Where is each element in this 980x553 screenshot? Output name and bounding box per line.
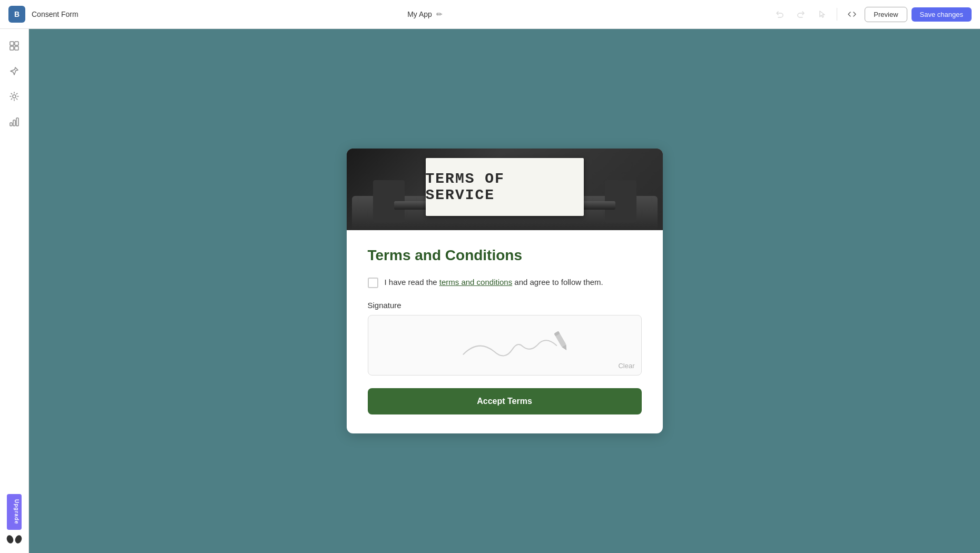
clear-button[interactable]: Clear xyxy=(618,362,634,370)
terms-link[interactable]: terms and conditions xyxy=(439,278,512,287)
form-title: Terms and Conditions xyxy=(368,247,642,264)
code-view-button[interactable] xyxy=(844,6,860,23)
svg-rect-3 xyxy=(15,46,18,50)
app-name-label: My App xyxy=(407,10,432,18)
logo-bottom xyxy=(5,534,24,545)
paper: TERMS OF SERVICE xyxy=(426,158,584,216)
upgrade-button[interactable]: Upgrade xyxy=(7,494,22,530)
svg-rect-2 xyxy=(10,46,14,50)
sidebar-item-analytics[interactable] xyxy=(4,111,25,132)
form-content: Terms and Conditions I have read the ter… xyxy=(347,230,663,434)
svg-point-4 xyxy=(13,95,16,98)
svg-point-9 xyxy=(14,534,23,544)
checkbox-label: I have read the terms and conditions and… xyxy=(385,276,603,289)
sidebar-item-settings[interactable] xyxy=(4,86,25,107)
svg-rect-5 xyxy=(10,123,12,126)
sidebar-item-pin[interactable] xyxy=(4,61,25,82)
svg-point-8 xyxy=(6,534,14,544)
typewriter-scene: TERMS OF SERVICE xyxy=(347,149,663,230)
form-card: TERMS OF SERVICE Terms and Conditions I … xyxy=(347,149,663,434)
preview-button[interactable]: Preview xyxy=(865,7,907,22)
sidebar-item-layout[interactable] xyxy=(4,35,25,56)
checkbox-text-before: I have read the xyxy=(385,278,439,287)
hero-text: TERMS OF SERVICE xyxy=(426,171,584,203)
redo-button[interactable] xyxy=(792,6,809,23)
pointer-button[interactable] xyxy=(814,6,830,23)
svg-rect-7 xyxy=(16,118,18,126)
svg-rect-6 xyxy=(13,120,15,126)
topbar-center: My App ✏ xyxy=(85,10,766,18)
canvas-area: TERMS OF SERVICE Terms and Conditions I … xyxy=(29,29,980,553)
undo-button[interactable] xyxy=(771,6,788,23)
svg-rect-0 xyxy=(10,42,14,45)
signature-pad[interactable]: Clear xyxy=(368,315,642,376)
checkbox-text-after: and agree to follow them. xyxy=(512,278,603,287)
page-title: Consent Form xyxy=(32,10,79,18)
main-layout: Upgrade TERMS OF SERVICE xyxy=(0,29,980,553)
topbar: B Consent Form My App ✏ xyxy=(0,0,980,29)
toolbar-divider xyxy=(837,8,837,21)
sidebar: Upgrade xyxy=(0,29,29,553)
terms-checkbox[interactable] xyxy=(368,278,378,288)
terms-checkbox-row: I have read the terms and conditions and… xyxy=(368,276,642,289)
hero-image: TERMS OF SERVICE xyxy=(347,149,663,230)
topbar-right: Preview Save changes xyxy=(771,6,972,23)
accept-terms-button[interactable]: Accept Terms xyxy=(368,388,642,414)
signature-label: Signature xyxy=(368,301,642,310)
svg-rect-1 xyxy=(15,42,18,45)
edit-app-name-icon[interactable]: ✏ xyxy=(436,10,443,18)
app-logo: B xyxy=(8,6,25,23)
signature-drawing xyxy=(368,315,641,375)
save-button[interactable]: Save changes xyxy=(912,7,972,22)
